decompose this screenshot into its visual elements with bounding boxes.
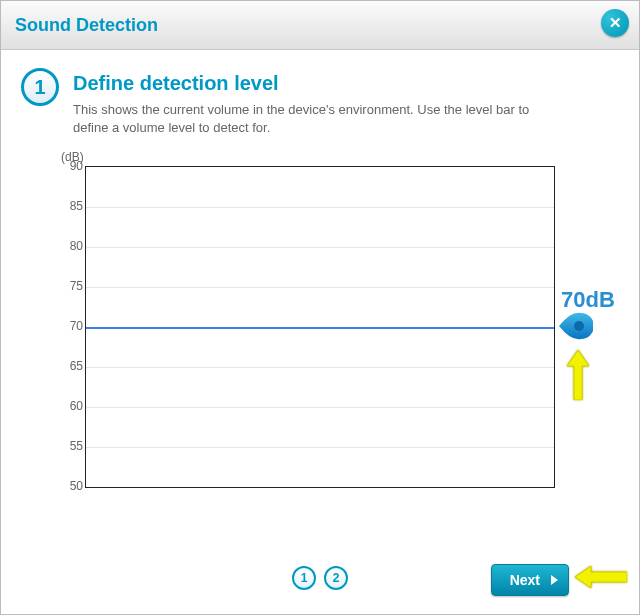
page-dot[interactable]: 2 xyxy=(324,566,348,590)
step-title: Define detection level xyxy=(73,72,553,95)
y-tick-label: 85 xyxy=(59,199,83,213)
threshold-value-label: 70dB xyxy=(561,287,615,313)
y-tick-label: 90 xyxy=(59,159,83,173)
y-tick-label: 70 xyxy=(59,319,83,333)
y-tick-label: 80 xyxy=(59,239,83,253)
next-button[interactable]: Next xyxy=(491,564,569,596)
grid-line xyxy=(86,407,554,408)
y-tick-label: 60 xyxy=(59,399,83,413)
sound-detection-dialog: Sound Detection ✕ 1 Define detection lev… xyxy=(0,0,640,615)
grid-line xyxy=(86,247,554,248)
dialog-header: Sound Detection xyxy=(1,1,639,50)
y-tick-label: 55 xyxy=(59,439,83,453)
dialog-content: 1 Define detection level This shows the … xyxy=(1,50,639,514)
close-button[interactable]: ✕ xyxy=(601,9,629,37)
threshold-slider-handle[interactable] xyxy=(557,311,593,341)
grid-line xyxy=(86,367,554,368)
grid-line xyxy=(86,287,554,288)
y-tick-label: 50 xyxy=(59,479,83,493)
y-tick-label: 75 xyxy=(59,279,83,293)
page-dot-current[interactable]: 1 xyxy=(292,566,316,590)
annotation-arrow-up xyxy=(567,350,589,404)
step-text: Define detection level This shows the cu… xyxy=(73,68,553,136)
svg-point-0 xyxy=(574,321,584,331)
dialog-title: Sound Detection xyxy=(15,15,158,36)
chart-plot-area xyxy=(85,166,555,488)
threshold-line xyxy=(86,327,554,329)
volume-chart: (dB) 90858075706560555070dB xyxy=(49,154,619,514)
step-description: This shows the current volume in the dev… xyxy=(73,101,553,136)
step-number-badge: 1 xyxy=(21,68,59,106)
step-header: 1 Define detection level This shows the … xyxy=(21,68,619,136)
close-icon: ✕ xyxy=(609,14,622,32)
grid-line xyxy=(86,207,554,208)
grid-line xyxy=(86,447,554,448)
chevron-right-icon xyxy=(551,575,558,585)
next-button-label: Next xyxy=(510,572,540,588)
y-tick-label: 65 xyxy=(59,359,83,373)
